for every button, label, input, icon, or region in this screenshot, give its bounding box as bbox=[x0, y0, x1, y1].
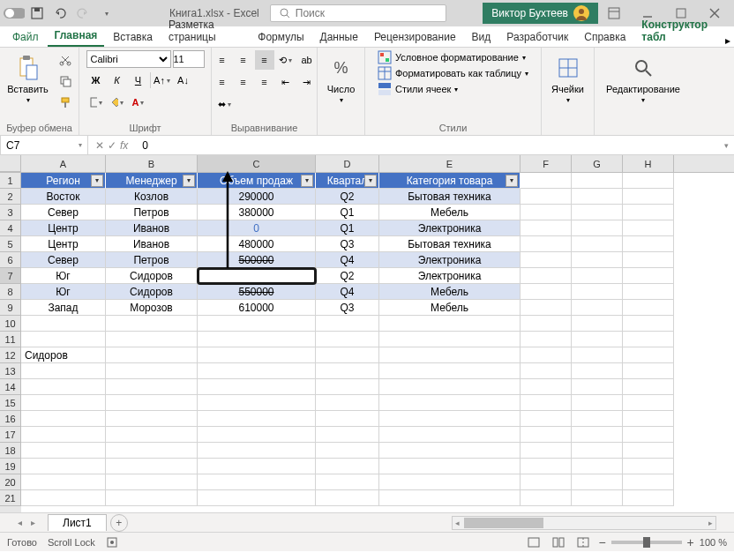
cell[interactable]: Q4 bbox=[316, 284, 379, 300]
cell[interactable] bbox=[572, 205, 623, 220]
filter-button[interactable]: ▾ bbox=[183, 175, 195, 187]
cell[interactable] bbox=[316, 363, 379, 379]
cell[interactable] bbox=[521, 236, 572, 252]
cell[interactable] bbox=[316, 459, 379, 474]
cell[interactable] bbox=[521, 427, 572, 443]
row-header-12[interactable]: 12 bbox=[0, 347, 21, 363]
zoom-level[interactable]: 100 % bbox=[700, 537, 727, 548]
cell[interactable] bbox=[106, 379, 198, 395]
filter-button[interactable]: ▾ bbox=[301, 175, 313, 187]
cell[interactable] bbox=[379, 379, 521, 395]
format-painter-icon[interactable] bbox=[56, 93, 75, 112]
cell[interactable] bbox=[572, 443, 623, 459]
cell[interactable] bbox=[106, 443, 198, 459]
cell[interactable] bbox=[21, 411, 106, 427]
font-color-icon[interactable]: A bbox=[129, 93, 148, 112]
cell[interactable] bbox=[198, 363, 316, 379]
qat-customize-icon[interactable] bbox=[95, 3, 116, 24]
align-center-icon[interactable]: ≡ bbox=[234, 72, 253, 92]
table-header-cell[interactable]: Квартал▾ bbox=[316, 173, 379, 189]
cell[interactable] bbox=[21, 363, 106, 379]
save-icon[interactable] bbox=[26, 3, 48, 24]
cell[interactable] bbox=[572, 474, 623, 490]
shrink-font-icon[interactable]: A↓ bbox=[174, 71, 193, 90]
cell[interactable] bbox=[379, 347, 521, 363]
row-header-3[interactable]: 3 bbox=[0, 205, 21, 220]
row-header-4[interactable]: 4 bbox=[0, 220, 21, 236]
number-format-button[interactable]: % Число ▾ bbox=[324, 50, 359, 108]
col-header-A[interactable]: A bbox=[21, 155, 106, 172]
cell[interactable] bbox=[572, 173, 623, 189]
cell[interactable]: 550000 bbox=[198, 284, 316, 300]
cell[interactable] bbox=[379, 332, 521, 347]
cell[interactable] bbox=[316, 443, 379, 459]
cell[interactable]: 480000 bbox=[198, 236, 316, 252]
cell[interactable] bbox=[521, 332, 572, 347]
cell[interactable]: 380000 bbox=[198, 205, 316, 220]
cell[interactable] bbox=[106, 347, 198, 363]
search-input[interactable]: Поиск bbox=[270, 4, 446, 22]
col-header-C[interactable]: C bbox=[198, 155, 316, 172]
row-header-21[interactable]: 21 bbox=[0, 490, 21, 506]
cell[interactable]: Q3 bbox=[316, 236, 379, 252]
cell[interactable] bbox=[21, 316, 106, 332]
cut-icon[interactable] bbox=[56, 50, 75, 70]
zoom-slider[interactable] bbox=[611, 541, 682, 544]
cell[interactable] bbox=[106, 395, 198, 411]
cell[interactable] bbox=[572, 363, 623, 379]
cell[interactable] bbox=[198, 347, 316, 363]
view-pagebreak-icon[interactable] bbox=[573, 533, 593, 552]
row-header-6[interactable]: 6 bbox=[0, 252, 21, 268]
cell[interactable] bbox=[198, 332, 316, 347]
cell[interactable] bbox=[572, 268, 623, 284]
cell[interactable] bbox=[106, 316, 198, 332]
redo-icon[interactable] bbox=[72, 3, 94, 24]
cell[interactable]: Центр bbox=[21, 220, 106, 236]
cell[interactable] bbox=[198, 268, 316, 284]
cell[interactable] bbox=[623, 268, 674, 284]
zoom-out-icon[interactable]: − bbox=[598, 535, 605, 549]
cell[interactable] bbox=[316, 332, 379, 347]
cell[interactable] bbox=[316, 316, 379, 332]
row-header-13[interactable]: 13 bbox=[0, 363, 21, 379]
row-header-16[interactable]: 16 bbox=[0, 411, 21, 427]
cell[interactable]: Мебель bbox=[379, 300, 521, 316]
cell[interactable]: Юг bbox=[21, 284, 106, 300]
cell[interactable] bbox=[572, 490, 623, 506]
cell[interactable] bbox=[623, 220, 674, 236]
cell[interactable] bbox=[572, 220, 623, 236]
cell[interactable] bbox=[198, 411, 316, 427]
sheet-nav-next-icon[interactable]: ▸ bbox=[31, 518, 35, 527]
cell[interactable] bbox=[21, 459, 106, 474]
cell[interactable] bbox=[198, 474, 316, 490]
macro-record-icon[interactable] bbox=[106, 536, 118, 549]
cell[interactable] bbox=[106, 363, 198, 379]
cell[interactable]: Север bbox=[21, 252, 106, 268]
tabs-overflow-icon[interactable]: ▸ bbox=[722, 34, 734, 47]
align-right-icon[interactable]: ≡ bbox=[255, 72, 274, 92]
undo-icon[interactable] bbox=[49, 3, 71, 24]
cell[interactable] bbox=[623, 300, 674, 316]
cell[interactable] bbox=[316, 395, 379, 411]
table-header-cell[interactable]: Менеджер▾ bbox=[106, 173, 198, 189]
cell[interactable] bbox=[521, 459, 572, 474]
cell[interactable] bbox=[623, 411, 674, 427]
cell[interactable] bbox=[379, 459, 521, 474]
cell[interactable] bbox=[198, 379, 316, 395]
cell[interactable] bbox=[521, 347, 572, 363]
cell[interactable]: 500000 bbox=[198, 252, 316, 268]
row-header-10[interactable]: 10 bbox=[0, 316, 21, 332]
align-bottom-icon[interactable]: ≡ bbox=[255, 50, 274, 70]
tab-view[interactable]: Вид bbox=[465, 27, 498, 47]
cell[interactable]: Юг bbox=[21, 268, 106, 284]
merge-cells-icon[interactable]: ⬌ bbox=[213, 94, 236, 114]
col-header-H[interactable]: H bbox=[623, 155, 674, 172]
row-header-5[interactable]: 5 bbox=[0, 236, 21, 252]
cell[interactable] bbox=[106, 411, 198, 427]
expand-formula-bar-icon[interactable]: ▾ bbox=[719, 141, 734, 150]
cell[interactable]: Сидоров bbox=[106, 268, 198, 284]
name-box[interactable]: C7▾ bbox=[0, 136, 88, 154]
cell[interactable]: Петров bbox=[106, 205, 198, 220]
worksheet[interactable]: ABCDEFGH 1234567891011121314151617181920… bbox=[0, 155, 734, 512]
cell[interactable] bbox=[521, 490, 572, 506]
